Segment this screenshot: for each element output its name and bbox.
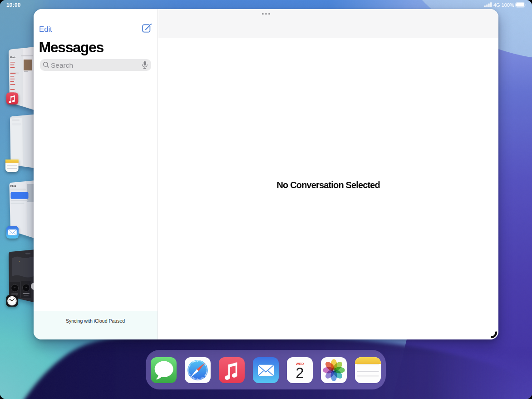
svg-text:✦: ✦: [19, 261, 20, 263]
svg-text:Inbox: Inbox: [10, 185, 16, 187]
svg-text:2: 2: [296, 364, 304, 381]
svg-text:Music: Music: [10, 56, 16, 59]
